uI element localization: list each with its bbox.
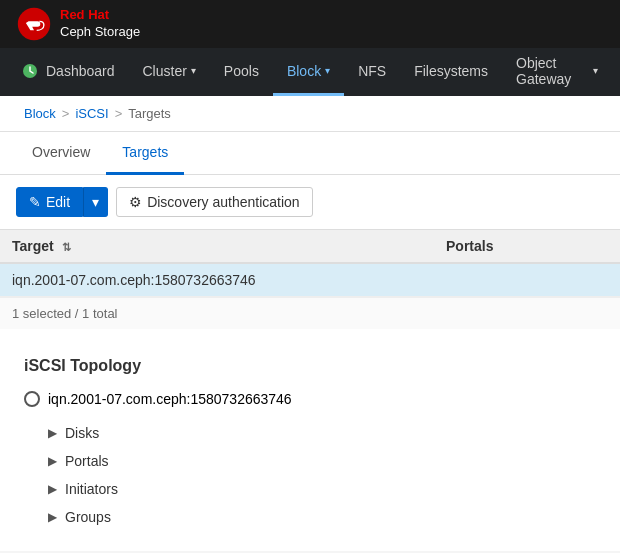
nav-menu: Dashboard Cluster ▾ Pools Block ▾ NFS Fi… — [0, 48, 620, 96]
nav-item-block[interactable]: Block ▾ — [273, 48, 344, 96]
cluster-caret-icon: ▾ — [191, 65, 196, 76]
cell-target: iqn.2001-07.com.ceph:1580732663746 — [0, 263, 434, 297]
targets-table-container: Target ⇅ Portals iqn.2001-07.com.ceph:15… — [0, 229, 620, 329]
tabs-bar: Overview Targets — [0, 132, 620, 175]
nav-item-filesystems[interactable]: Filesystems — [400, 48, 502, 96]
topology-child-initiators[interactable]: ▶ Initiators — [48, 475, 596, 503]
breadcrumb: Block > iSCSI > Targets — [0, 96, 620, 132]
nav-item-pools[interactable]: Pools — [210, 48, 273, 96]
topology-target-address: iqn.2001-07.com.ceph:1580732663746 — [48, 391, 292, 407]
top-navbar: Red Hat Ceph Storage — [0, 0, 620, 48]
discovery-auth-label: Discovery authentication — [147, 194, 300, 210]
nav-item-nfs[interactable]: NFS — [344, 48, 400, 96]
targets-table: Target ⇅ Portals iqn.2001-07.com.ceph:15… — [0, 230, 620, 297]
nav-dashboard-label: Dashboard — [46, 63, 115, 79]
topology-children: ▶ Disks ▶ Portals ▶ Initiators ▶ Groups — [48, 419, 596, 531]
col-target: Target ⇅ — [0, 230, 434, 263]
topology-child-portals[interactable]: ▶ Portals — [48, 447, 596, 475]
brand-logo: Red Hat Ceph Storage — [16, 6, 140, 42]
topology-target-item: iqn.2001-07.com.ceph:1580732663746 — [24, 391, 596, 407]
expand-disks-icon[interactable]: ▶ — [48, 426, 57, 440]
edit-button[interactable]: ✎ Edit — [16, 187, 83, 217]
nav-item-cluster[interactable]: Cluster ▾ — [129, 48, 210, 96]
tab-overview[interactable]: Overview — [16, 132, 106, 175]
main-content: Overview Targets ✎ Edit ▾ ⚙ Discovery au… — [0, 132, 620, 551]
objectgateway-caret-icon: ▾ — [593, 65, 598, 76]
breadcrumb-block[interactable]: Block — [24, 106, 56, 121]
tab-targets[interactable]: Targets — [106, 132, 184, 175]
discovery-settings-icon: ⚙ — [129, 194, 142, 210]
nav-objectgateway-label: Object Gateway — [516, 55, 589, 87]
topology-target-circle-icon — [24, 391, 40, 407]
breadcrumb-sep-1: > — [62, 106, 70, 121]
expand-initiators-icon[interactable]: ▶ — [48, 482, 57, 496]
topology-child-disks[interactable]: ▶ Disks — [48, 419, 596, 447]
edit-dropdown-caret-icon: ▾ — [92, 194, 99, 210]
nav-item-objectgateway[interactable]: Object Gateway ▾ — [502, 48, 612, 96]
nav-nfs-label: NFS — [358, 63, 386, 79]
expand-groups-icon[interactable]: ▶ — [48, 510, 57, 524]
col-portals: Portals — [434, 230, 620, 263]
table-body: iqn.2001-07.com.ceph:1580732663746 — [0, 263, 620, 297]
topology-groups-label: Groups — [65, 509, 111, 525]
edit-btn-group: ✎ Edit ▾ — [16, 187, 108, 217]
sort-icon[interactable]: ⇅ — [62, 241, 71, 254]
nav-filesystems-label: Filesystems — [414, 63, 488, 79]
block-caret-icon: ▾ — [325, 65, 330, 76]
topology-child-groups[interactable]: ▶ Groups — [48, 503, 596, 531]
redhat-logo-icon — [16, 6, 52, 42]
edit-icon: ✎ — [29, 194, 41, 210]
nav-block-label: Block — [287, 63, 321, 79]
topology-disks-label: Disks — [65, 425, 99, 441]
breadcrumb-targets: Targets — [128, 106, 171, 121]
discovery-auth-button[interactable]: ⚙ Discovery authentication — [116, 187, 313, 217]
topology-initiators-label: Initiators — [65, 481, 118, 497]
nav-cluster-label: Cluster — [143, 63, 187, 79]
brand-text: Red Hat Ceph Storage — [60, 7, 140, 41]
topology-portals-label: Portals — [65, 453, 109, 469]
expand-portals-icon[interactable]: ▶ — [48, 454, 57, 468]
table-header: Target ⇅ Portals — [0, 230, 620, 263]
cell-portals — [434, 263, 620, 297]
table-footer: 1 selected / 1 total — [0, 297, 620, 329]
dashboard-icon — [22, 63, 38, 79]
topology-title: iSCSI Topology — [24, 357, 596, 375]
edit-label: Edit — [46, 194, 70, 210]
nav-pools-label: Pools — [224, 63, 259, 79]
topology-section: iSCSI Topology iqn.2001-07.com.ceph:1580… — [0, 337, 620, 551]
nav-item-dashboard[interactable]: Dashboard — [8, 48, 129, 96]
toolbar: ✎ Edit ▾ ⚙ Discovery authentication — [0, 175, 620, 229]
breadcrumb-iscsi[interactable]: iSCSI — [75, 106, 108, 121]
breadcrumb-sep-2: > — [115, 106, 123, 121]
table-row[interactable]: iqn.2001-07.com.ceph:1580732663746 — [0, 263, 620, 297]
edit-dropdown-button[interactable]: ▾ — [83, 187, 108, 217]
